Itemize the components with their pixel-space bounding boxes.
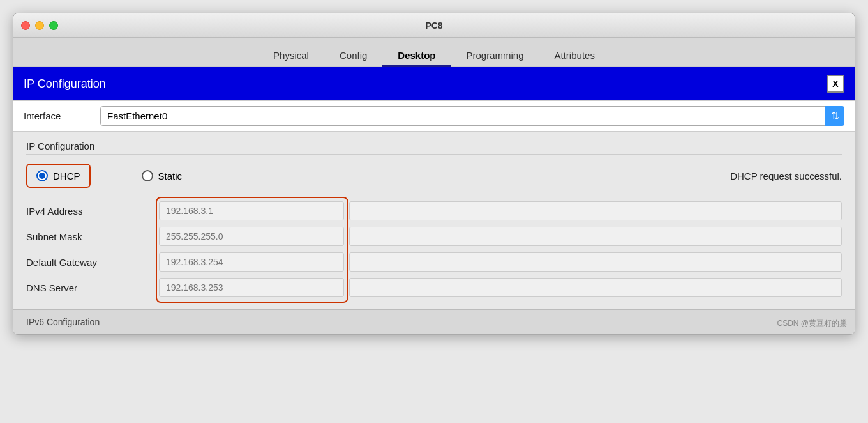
ipv6-section: IPv6 Configuration CSDN @黄豆籽的巢	[13, 309, 855, 334]
subnet-inputs	[159, 227, 842, 246]
tab-desktop[interactable]: Desktop	[382, 45, 451, 66]
close-button[interactable]	[21, 21, 30, 30]
static-option[interactable]: Static	[142, 170, 183, 181]
dns-inputs	[159, 278, 842, 297]
title-bar: PC8	[13, 13, 855, 38]
tab-config[interactable]: Config	[324, 45, 382, 66]
subnet-row: Subnet Mask	[26, 224, 842, 249]
ip-config-body: IP Configuration DHCP Static DHCP reques…	[13, 132, 855, 309]
dns-label: DNS Server	[26, 282, 154, 293]
static-label: Static	[158, 171, 183, 181]
ipv4-input-right[interactable]	[349, 201, 842, 220]
maximize-button[interactable]	[49, 21, 58, 30]
ipv4-inputs	[159, 201, 842, 220]
dhcp-radio[interactable]	[36, 170, 48, 181]
window-controls	[21, 21, 58, 30]
gateway-row: Default Gateway	[26, 249, 842, 275]
radio-row: DHCP Static DHCP request successful.	[26, 164, 842, 188]
tab-attributes[interactable]: Attributes	[539, 45, 610, 66]
ipv4-label: IPv4 Address	[26, 206, 154, 217]
subnet-input-right[interactable]	[349, 227, 842, 246]
static-radio[interactable]	[142, 170, 153, 181]
dhcp-option[interactable]: DHCP	[26, 164, 91, 188]
watermark: CSDN @黄豆籽的巢	[777, 318, 847, 329]
ip-config-header: IP Configuration X	[13, 67, 855, 100]
ipv4-input-wrapper	[159, 201, 842, 220]
content-area: IP Configuration X Interface FastEtherne…	[13, 67, 855, 334]
ipv4-row: IPv4 Address	[26, 198, 842, 224]
dns-input-right[interactable]	[349, 278, 842, 297]
tab-programming[interactable]: Programming	[451, 45, 539, 66]
interface-select[interactable]: FastEthernet0	[100, 106, 844, 126]
window-title: PC8	[425, 20, 442, 31]
gateway-input-right[interactable]	[349, 252, 842, 272]
ip-config-section-title: IP Configuration	[26, 141, 842, 155]
main-window: PC8 Physical Config Desktop Programming …	[13, 13, 855, 335]
subnet-label: Subnet Mask	[26, 231, 154, 242]
ipv6-title: IPv6 Configuration	[26, 317, 100, 327]
interface-row: Interface FastEthernet0 ⇅	[13, 100, 855, 132]
interface-select-wrapper: FastEthernet0 ⇅	[100, 106, 844, 126]
ip-config-close-button[interactable]: X	[827, 75, 844, 93]
gateway-inputs	[159, 252, 842, 272]
dhcp-label: DHCP	[53, 171, 80, 181]
interface-label: Interface	[24, 111, 87, 121]
ipv4-input[interactable]	[159, 201, 344, 220]
dhcp-status: DHCP request successful.	[730, 171, 842, 181]
dns-row: DNS Server	[26, 275, 842, 300]
subnet-input[interactable]	[159, 227, 344, 246]
ip-config-title: IP Configuration	[24, 77, 106, 91]
minimize-button[interactable]	[35, 21, 44, 30]
dns-input[interactable]	[159, 278, 344, 297]
gateway-input[interactable]	[159, 252, 344, 272]
tab-bar: Physical Config Desktop Programming Attr…	[13, 38, 855, 67]
gateway-label: Default Gateway	[26, 257, 154, 268]
tab-physical[interactable]: Physical	[258, 45, 324, 66]
